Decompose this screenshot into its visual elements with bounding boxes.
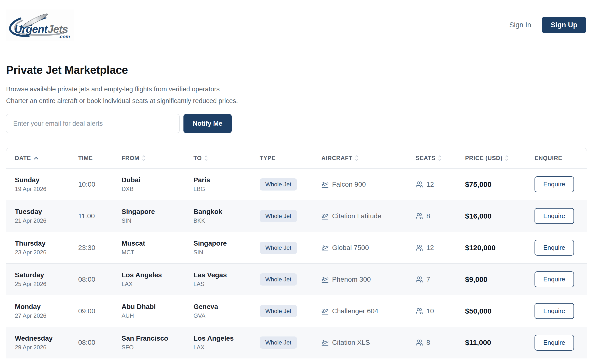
- table-row: Thursday 23 Apr 2026 23:30 Muscat MCT Si…: [6, 232, 587, 263]
- hero-section: Private Jet Marketplace Browse available…: [0, 50, 593, 133]
- column-label: FROM: [122, 155, 139, 162]
- enquire-button[interactable]: Enquire: [535, 208, 574, 224]
- type-cell: Whole Jet: [260, 210, 321, 222]
- type-badge: Whole Jet: [260, 242, 297, 254]
- plane-takeoff-icon: [321, 181, 329, 188]
- brand-logo[interactable]: UrgentJets .com: [6, 10, 74, 41]
- column-label: TYPE: [260, 155, 276, 162]
- type-badge: Whole Jet: [260, 178, 297, 191]
- users-icon: [416, 276, 423, 283]
- column-label: AIRCRAFT: [321, 155, 352, 162]
- from-city: San Francisco: [122, 335, 193, 342]
- seats-cell: 10: [416, 307, 465, 315]
- to-cell: Paris LBG: [193, 176, 260, 192]
- to-city: Geneva: [193, 303, 260, 311]
- enquire-cell: Enquire: [535, 240, 587, 256]
- enquire-cell: Enquire: [535, 208, 587, 224]
- from-airport-code: SFO: [122, 344, 193, 351]
- sort-both-icon: [355, 154, 359, 162]
- sign-up-button[interactable]: Sign Up: [542, 17, 586, 33]
- seats-cell: 8: [416, 339, 465, 346]
- day-name: Monday: [15, 303, 78, 311]
- to-airport-code: LBG: [193, 186, 260, 192]
- column-header-to[interactable]: TO: [193, 154, 260, 162]
- brand-wordmark: UrgentJets: [14, 23, 68, 35]
- users-icon: [416, 181, 423, 188]
- plane-takeoff-icon: [321, 307, 329, 315]
- plane-takeoff-icon: [321, 212, 329, 220]
- sign-in-link[interactable]: Sign In: [509, 21, 531, 29]
- seats-cell: 7: [416, 276, 465, 283]
- price-cell: $50,000: [465, 307, 535, 315]
- enquire-button[interactable]: Enquire: [535, 303, 574, 319]
- type-cell: Whole Jet: [260, 242, 321, 254]
- from-city: Abu Dhabi: [122, 303, 193, 311]
- table-body: Sunday 19 Apr 2026 10:00 Dubai DXB Paris…: [6, 168, 587, 358]
- type-cell: Whole Jet: [260, 336, 321, 349]
- column-header-from[interactable]: FROM: [122, 154, 193, 162]
- time-cell: 10:00: [78, 181, 122, 188]
- table-row: Wednesday 29 Apr 2026 08:00 San Francisc…: [6, 327, 587, 358]
- table-row: Tuesday 21 Apr 2026 11:00 Singapore SIN …: [6, 200, 587, 232]
- enquire-button[interactable]: Enquire: [535, 176, 574, 192]
- users-icon: [416, 212, 423, 220]
- date-cell: Monday 27 Apr 2026: [15, 303, 78, 319]
- column-header-price-usd[interactable]: PRICE (USD): [465, 154, 535, 162]
- plane-takeoff-icon: [321, 339, 329, 346]
- from-cell: San Francisco SFO: [122, 335, 193, 351]
- page-title: Private Jet Marketplace: [6, 63, 587, 77]
- type-badge: Whole Jet: [260, 305, 297, 317]
- plane-takeoff-icon: [321, 276, 329, 283]
- from-airport-code: MCT: [122, 249, 193, 256]
- aircraft-cell: Citation XLS: [321, 339, 416, 346]
- aircraft-name: Global 7500: [332, 244, 369, 252]
- date-value: 23 Apr 2026: [15, 249, 78, 256]
- enquire-cell: Enquire: [535, 303, 587, 319]
- column-header-seats[interactable]: SEATS: [416, 154, 465, 162]
- sort-both-icon: [142, 154, 146, 162]
- table-header-row: DATETIMEFROMTOTYPEAIRCRAFTSEATSPRICE (US…: [6, 148, 587, 168]
- column-header-aircraft[interactable]: AIRCRAFT: [321, 154, 416, 162]
- column-header-time: TIME: [78, 155, 122, 162]
- date-cell: Sunday 19 Apr 2026: [15, 176, 78, 192]
- from-cell: Singapore SIN: [122, 208, 193, 224]
- aircraft-name: Citation Latitude: [332, 212, 381, 220]
- price-cell: $16,000: [465, 212, 535, 220]
- enquire-button[interactable]: Enquire: [535, 335, 574, 351]
- enquire-button[interactable]: Enquire: [535, 240, 574, 256]
- aircraft-cell: Falcon 900: [321, 181, 416, 188]
- notify-me-button[interactable]: Notify Me: [183, 114, 232, 133]
- seats-cell: 8: [416, 212, 465, 220]
- seats-count: 12: [426, 181, 434, 188]
- aircraft-cell: Global 7500: [321, 244, 416, 252]
- users-icon: [416, 244, 423, 251]
- day-name: Saturday: [15, 271, 78, 279]
- to-city: Bangkok: [193, 208, 260, 216]
- enquire-cell: Enquire: [535, 176, 587, 192]
- from-city: Singapore: [122, 208, 193, 216]
- aircraft-name: Citation XLS: [332, 339, 370, 346]
- to-airport-code: LAX: [193, 344, 260, 351]
- aircraft-cell: Citation Latitude: [321, 212, 416, 220]
- type-cell: Whole Jet: [260, 305, 321, 317]
- from-cell: Abu Dhabi AUH: [122, 303, 193, 319]
- subtitle-line-1: Browse available private jets and empty-…: [6, 83, 587, 95]
- to-city: Paris: [193, 176, 260, 184]
- price-cell: $11,000: [465, 338, 535, 347]
- seats-count: 8: [426, 212, 430, 220]
- time-cell: 08:00: [78, 276, 122, 283]
- column-header-date[interactable]: DATE: [15, 155, 78, 162]
- seats-cell: 12: [416, 181, 465, 188]
- to-city: Singapore: [193, 239, 260, 247]
- date-value: 29 Apr 2026: [15, 344, 78, 351]
- enquire-cell: Enquire: [535, 271, 587, 287]
- enquire-button[interactable]: Enquire: [535, 271, 574, 287]
- to-cell: Bangkok BKK: [193, 208, 260, 224]
- time-cell: 11:00: [78, 212, 122, 220]
- date-cell: Saturday 25 Apr 2026: [15, 271, 78, 287]
- price-cell: $9,000: [465, 275, 535, 284]
- seats-count: 10: [426, 307, 434, 315]
- sort-both-icon: [438, 154, 442, 162]
- aircraft-name: Falcon 900: [332, 181, 366, 188]
- email-input[interactable]: [6, 114, 180, 133]
